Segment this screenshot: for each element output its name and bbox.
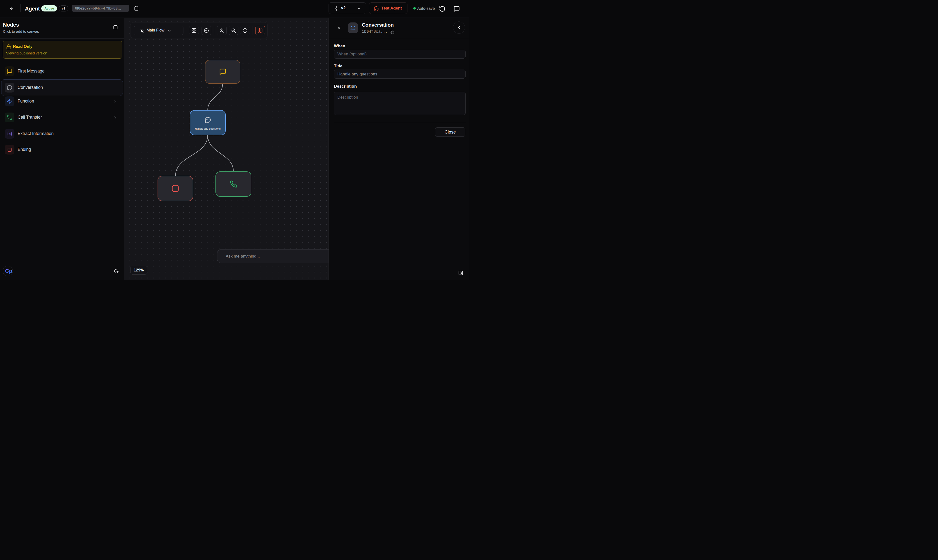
svg-text:Cp: Cp xyxy=(5,268,12,274)
